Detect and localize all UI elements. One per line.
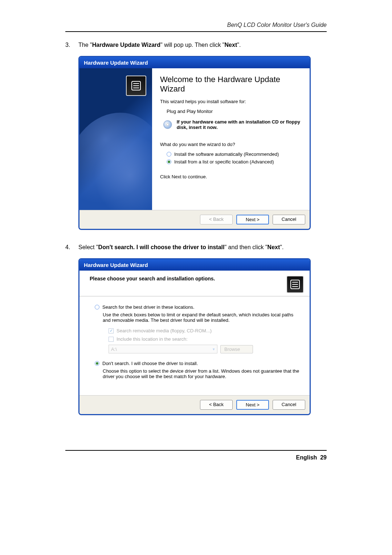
radio-adv-label: Install from a list or specific location…: [174, 159, 274, 165]
radio-icon-checked: [167, 159, 171, 164]
footer-page: 29: [320, 454, 327, 461]
cancel-button[interactable]: Cancel: [273, 215, 305, 224]
step-number: 4.: [65, 243, 73, 252]
dialog-1-wrap: Hardware Update Wizard Welcome to the Ha…: [78, 56, 327, 230]
step-text: Select "Don't search. I will choose the …: [78, 243, 283, 252]
dialog-2-buttons: < Back Next > Cancel: [79, 395, 310, 414]
chevron-down-icon: ▾: [213, 347, 215, 352]
device-name: Plug and Play Monitor: [160, 109, 302, 114]
footer: English 29: [0, 454, 327, 461]
browse-button: Browse: [220, 345, 253, 353]
radio-auto-label: Install the software automatically (Reco…: [174, 151, 279, 157]
nosearch-desc: Choose this option to select the device …: [95, 368, 299, 379]
dialog-2: Hardware Update Wizard Please choose you…: [78, 258, 311, 415]
dialog-2-titlebar: Hardware Update Wizard: [79, 259, 310, 271]
hardware-chip-icon: [126, 76, 146, 96]
next-button[interactable]: Next >: [236, 215, 269, 224]
radio-search[interactable]: Search for the best driver in these loca…: [95, 304, 299, 310]
cd-hint-row: If your hardware came with an installati…: [163, 118, 302, 131]
radio-icon-checked: [95, 361, 99, 366]
dialog-2-heading: Please choose your search and installati…: [90, 276, 215, 281]
radio-nosearch-label: Don't search. I will choose the driver t…: [102, 361, 198, 366]
wizard-sidebar-image: [79, 68, 152, 210]
dialog-2-header: Please choose your search and installati…: [79, 271, 310, 296]
svg-point-2: [167, 123, 169, 126]
radio-advanced[interactable]: Install from a list or specific location…: [160, 159, 302, 165]
dialog-1-body: Welcome to the Hardware Update Wizard Th…: [79, 68, 310, 210]
dialog-1-titlebar: Hardware Update Wizard: [79, 57, 310, 68]
cd-icon: [163, 118, 172, 131]
radio-search-label: Search for the best driver in these loca…: [102, 304, 195, 310]
step-number: 3.: [65, 41, 73, 49]
checkbox-removable: ✓ Search removable media (floppy, CD-ROM…: [95, 328, 299, 333]
next-button[interactable]: Next >: [236, 400, 269, 410]
welcome-title: Welcome to the Hardware Update Wizard: [160, 75, 302, 94]
radio-icon: [167, 152, 171, 157]
cd-hint-text: If your hardware came with an installati…: [177, 119, 302, 130]
footer-lang: English: [296, 454, 317, 461]
page-body: BenQ LCD Color Monitor User's Guide 3. T…: [0, 0, 392, 450]
checkbox-removable-label: Search removable media (floppy, CD-ROM..…: [117, 328, 212, 333]
step-4: 4. Select "Don't search. I will choose t…: [65, 243, 327, 252]
cancel-button[interactable]: Cancel: [273, 400, 305, 410]
step-3: 3. The "Hardware Update Wizard" will pop…: [65, 41, 327, 49]
back-button[interactable]: < Back: [200, 400, 233, 410]
checkbox-include: Include this location in the search:: [95, 336, 299, 342]
running-header: BenQ LCD Color Monitor User's Guide: [65, 22, 327, 32]
dialog-1-buttons: < Back Next > Cancel: [79, 210, 310, 229]
dialog-2-body: Search for the best driver in these loca…: [79, 296, 310, 395]
footer-rule: [65, 450, 327, 451]
click-next-line: Click Next to continue.: [160, 174, 302, 179]
path-row: A:\ ▾ Browse: [95, 345, 299, 353]
search-desc: Use the check boxes below to limit or ex…: [95, 312, 299, 323]
radio-auto[interactable]: Install the software automatically (Reco…: [160, 151, 302, 157]
dialog-2-wrap: Hardware Update Wizard Please choose you…: [78, 258, 327, 415]
dialog-1-right: Welcome to the Hardware Update Wizard Th…: [152, 68, 310, 210]
checkbox-include-label: Include this location in the search:: [117, 336, 188, 342]
dialog-1: Hardware Update Wizard Welcome to the Ha…: [78, 56, 311, 230]
checkbox-icon: [109, 337, 114, 342]
radio-icon: [95, 305, 99, 309]
wizard-question: What do you want the wizard to do?: [160, 142, 302, 147]
radio-nosearch[interactable]: Don't search. I will choose the driver t…: [95, 361, 299, 366]
back-button: < Back: [200, 215, 233, 224]
step-text: The "Hardware Update Wizard" will pop up…: [78, 41, 241, 49]
intro-line: This wizard helps you install software f…: [160, 99, 302, 104]
path-value: A:\: [111, 347, 117, 352]
hardware-chip-icon: [286, 276, 304, 293]
checkbox-icon: ✓: [109, 328, 114, 333]
path-combobox: A:\ ▾: [109, 345, 217, 353]
